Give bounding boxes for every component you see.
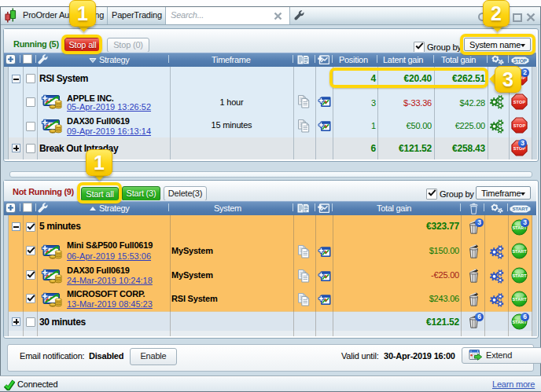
svg-text:STOP: STOP [513, 58, 528, 64]
svg-text:START: START [512, 206, 528, 211]
